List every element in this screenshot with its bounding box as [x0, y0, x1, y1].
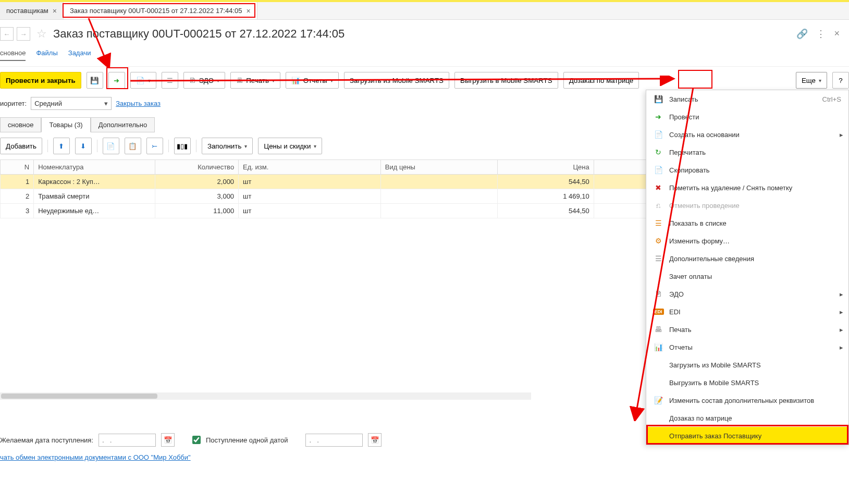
tab-main[interactable]: сновное [0, 117, 41, 132]
menu-edi[interactable]: EDI EDI ▸ [646, 303, 848, 321]
split-button[interactable]: ⤚ [146, 138, 163, 154]
list-button[interactable]: ☰ [162, 72, 178, 89]
title-row: ← → ☆ Заказ поставщику 00UT-000215 от 27… [0, 20, 849, 45]
label: Показать в списке [669, 219, 727, 227]
tab-current-order[interactable]: Заказ поставщику 00UT-000215 от 27.12.20… [64, 2, 257, 19]
fill-button[interactable]: Заполнить▾ [202, 138, 253, 154]
priority-select[interactable]: Средний [31, 97, 112, 110]
load-mobile-smarts-button[interactable]: Загрузить из Mobile SMARTS [344, 72, 449, 89]
paste-button[interactable]: 📋 [125, 138, 141, 154]
scrollbar-thumb[interactable] [1, 394, 157, 399]
menu-copy[interactable]: 📄 Скопировать [646, 161, 848, 179]
more-button[interactable]: Еще▾ [796, 72, 827, 89]
edo-button[interactable]: 🖹ЭДО▾ [183, 72, 226, 89]
more-dropdown: 💾 Записать Ctrl+S ➜ Провести 📄 Создать н… [646, 90, 849, 445]
print-button[interactable]: 🖶Печать▾ [230, 72, 280, 89]
tab-extra[interactable]: Дополнительно [91, 117, 155, 132]
blank-icon [654, 431, 663, 440]
horizontal-scrollbar[interactable] [0, 392, 531, 400]
kebab-icon[interactable]: ⋮ [816, 28, 826, 40]
menu-edo[interactable]: 🖹 ЭДО ▸ [646, 285, 848, 303]
menu-additional-info[interactable]: ☰ Дополнительные сведения [646, 250, 848, 267]
cell-nomenclature: Неудержимые ед… [34, 204, 155, 218]
move-down-button[interactable]: ⬇ [75, 138, 92, 154]
calendar-icon: 📅 [164, 436, 173, 444]
label: Пометить на удаление / Снять пометку [669, 184, 792, 192]
tab-suppliers[interactable]: поставщикам × [0, 2, 64, 19]
menu-mark-delete[interactable]: ✖ Пометить на удаление / Снять пометку [646, 179, 848, 196]
reports-button[interactable]: 📊Отчеты▾ [286, 72, 339, 89]
separator [97, 140, 97, 152]
label: Изменить форму… [669, 237, 730, 245]
edo-icon: 🖹 [654, 289, 663, 299]
subnav: сновное Файлы Задачи [0, 45, 849, 67]
save-button[interactable]: 💾 [87, 72, 103, 89]
separator [196, 140, 196, 152]
menu-send-order[interactable]: Отправить заказ Поставщику [646, 427, 848, 445]
close-icon[interactable]: × [53, 7, 57, 15]
menu-create-based[interactable]: 📄 Создать на основании ▸ [646, 126, 848, 143]
copy-icon: 📄 [654, 165, 663, 175]
create-based-button[interactable]: 📄▾ [130, 72, 156, 89]
copy-icon: 📄 [106, 142, 115, 150]
favorite-star-icon[interactable]: ☆ [36, 27, 47, 41]
label: ЭДО [199, 77, 214, 84]
blank-icon [654, 272, 663, 281]
prices-button[interactable]: Цены и скидки▾ [258, 138, 322, 154]
subnav-files[interactable]: Файлы [36, 49, 57, 61]
menu-reread[interactable]: ↻ Перечитать [646, 143, 848, 161]
menu-unload-ms[interactable]: Выгрузить в Mobile SMARTS [646, 374, 848, 391]
close-order-link[interactable]: Закрыть заказ [116, 100, 161, 107]
col-unit[interactable]: Ед. изм. [239, 160, 381, 175]
col-n[interactable]: N [1, 160, 34, 175]
copy-button[interactable]: 📄 [103, 138, 119, 154]
nav-forward-button[interactable]: → [17, 27, 30, 41]
label: Отчеты [669, 343, 693, 351]
subnav-tasks[interactable]: Задачи [68, 49, 91, 61]
unload-mobile-smarts-button[interactable]: Выгрузить в Mobile SMARTS [454, 72, 558, 89]
help-icon: ? [839, 77, 842, 84]
col-nomenclature[interactable]: Номенклатура [34, 160, 155, 175]
post-and-close-button[interactable]: Провести и закрыть [0, 72, 81, 89]
move-up-button[interactable]: ⬆ [53, 138, 70, 154]
cell-unit: шт [239, 189, 381, 204]
menu-reports[interactable]: 📊 Отчеты ▸ [646, 338, 848, 356]
add-row-button[interactable]: Добавить [0, 138, 42, 154]
label: Скопировать [669, 166, 710, 174]
start-edo-link[interactable]: чать обмен электронными документами с ОО… [0, 453, 191, 461]
col-price[interactable]: Цена [498, 160, 594, 175]
post-icon: ➜ [654, 112, 663, 121]
col-price-type[interactable]: Вид цены [380, 160, 498, 175]
cell-unit: шт [239, 175, 381, 189]
calendar-button-2[interactable]: 📅 [368, 433, 382, 447]
menu-change-form[interactable]: ⚙ Изменить форму… [646, 232, 848, 250]
menu-load-ms[interactable]: Загрузить из Mobile SMARTS [646, 356, 848, 374]
label: Заполнить [207, 142, 241, 150]
link-icon[interactable]: 🔗 [796, 28, 808, 40]
label: Записать [669, 95, 698, 103]
subnav-main[interactable]: сновное [0, 49, 26, 61]
desired-date-input[interactable] [99, 434, 156, 447]
barcode-button[interactable]: ▮▯▮ [174, 138, 191, 154]
tab-goods[interactable]: Товары (3) [41, 117, 90, 132]
menu-change-extra-props[interactable]: 📝 Изменить состав дополнительных реквизи… [646, 391, 848, 409]
one-date-checkbox[interactable] [192, 436, 201, 444]
col-qty[interactable]: Количество [155, 160, 238, 175]
menu-print[interactable]: 🖶 Печать ▸ [646, 321, 848, 338]
menu-offset-payment[interactable]: Зачет оплаты [646, 267, 848, 285]
cell-qty: 11,000 [155, 204, 238, 218]
arrival-date-input[interactable] [305, 434, 363, 447]
menu-record[interactable]: 💾 Записать Ctrl+S [646, 90, 848, 108]
dozakaz-button[interactable]: Дозаказ по матрице [563, 72, 639, 89]
menu-show-in-list[interactable]: ☰ Показать в списке [646, 214, 848, 232]
label: EDI [669, 308, 681, 316]
one-date-label: Поступление одной датой [206, 436, 288, 444]
close-icon[interactable]: × [834, 28, 840, 40]
calendar-button[interactable]: 📅 [161, 433, 175, 447]
help-button[interactable]: ? [832, 72, 849, 89]
post-button[interactable]: ➜ [108, 72, 125, 89]
nav-back-button[interactable]: ← [0, 27, 14, 41]
menu-dozakaz[interactable]: Дозаказ по матрице [646, 409, 848, 427]
close-icon[interactable]: × [247, 7, 251, 15]
menu-post[interactable]: ➜ Провести [646, 108, 848, 126]
